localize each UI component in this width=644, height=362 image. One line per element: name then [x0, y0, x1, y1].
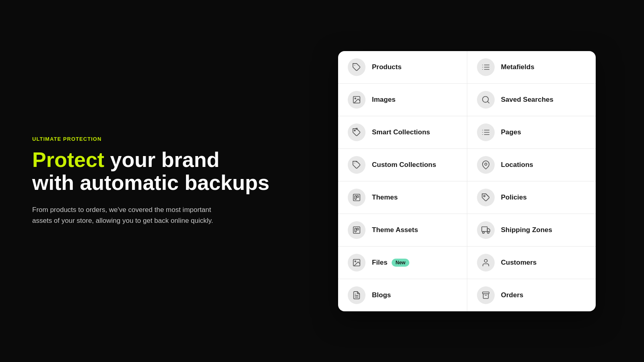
cell-label-metafields: Metafields — [501, 63, 535, 71]
svg-marker-29 — [487, 228, 489, 231]
grid-row-4: ThemesPolicies — [338, 181, 596, 214]
image-icon — [348, 91, 365, 109]
grid-cell-policies[interactable]: Policies — [467, 181, 596, 214]
svg-rect-26 — [355, 228, 356, 232]
cell-label-customers: Customers — [501, 259, 537, 267]
cell-label-themes: Themes — [372, 193, 398, 202]
grid-cell-pages[interactable]: Pages — [467, 116, 596, 148]
orders-icon — [477, 286, 495, 304]
cell-label-saved-searches: Saved Searches — [501, 96, 553, 104]
grid-cell-blogs[interactable]: Blogs — [338, 279, 467, 311]
themes-icon — [348, 189, 365, 206]
svg-rect-27 — [357, 228, 359, 230]
tag-icon — [348, 58, 365, 76]
blog-icon — [348, 286, 365, 304]
grid-row-2: Smart CollectionsPages — [338, 116, 596, 149]
cell-label-smart-collections: Smart Collections — [372, 128, 430, 136]
svg-point-31 — [487, 231, 489, 233]
cell-label-orders: Orders — [501, 291, 524, 299]
svg-point-24 — [483, 195, 485, 197]
grid-cell-customers[interactable]: Customers — [467, 247, 596, 279]
grid-cell-custom-collections[interactable]: Custom Collections — [338, 149, 467, 181]
grid-row-6: FilesNewCustomers — [338, 247, 596, 279]
cell-label-images: Images — [372, 96, 396, 104]
grid-cell-smart-collections[interactable]: Smart Collections — [338, 116, 467, 148]
location-icon — [477, 156, 495, 174]
grid-cell-saved-searches[interactable]: Saved Searches — [467, 84, 596, 116]
svg-rect-23 — [357, 195, 359, 197]
features-grid: ProductsMetafieldsImagesSaved SearchesSm… — [338, 51, 596, 311]
cell-label-products: Products — [372, 63, 402, 71]
svg-point-8 — [355, 98, 356, 99]
right-panel: ProductsMetafieldsImagesSaved SearchesSm… — [306, 35, 644, 327]
customer-icon — [477, 254, 495, 272]
grid-cell-products[interactable]: Products — [338, 51, 467, 83]
cell-label-theme-assets: Theme Assets — [372, 226, 418, 234]
svg-rect-22 — [355, 195, 356, 199]
svg-rect-21 — [353, 194, 360, 201]
grid-row-5: Theme AssetsShipping Zones — [338, 214, 596, 247]
cell-label-policies: Policies — [501, 193, 527, 202]
grid-cell-files[interactable]: FilesNew — [338, 247, 467, 279]
svg-point-30 — [482, 231, 484, 233]
grid-cell-themes[interactable]: Themes — [338, 181, 467, 214]
grid-row-7: BlogsOrders — [338, 279, 596, 311]
cell-label-locations: Locations — [501, 161, 533, 169]
headline-highlight: Protect — [32, 148, 104, 171]
badge-new: New — [392, 259, 410, 267]
cell-label-blogs: Blogs — [372, 291, 391, 299]
svg-point-34 — [484, 259, 487, 262]
image-icon — [348, 254, 365, 272]
grid-cell-metafields[interactable]: Metafields — [467, 51, 596, 83]
grid-row-1: ImagesSaved Searches — [338, 84, 596, 116]
themes-icon — [348, 221, 365, 239]
svg-rect-28 — [481, 226, 487, 231]
custom-collect-icon — [348, 156, 365, 174]
svg-rect-25 — [353, 226, 360, 233]
shipping-icon — [477, 221, 495, 239]
svg-line-10 — [487, 101, 489, 103]
cell-label-pages: Pages — [501, 128, 521, 136]
grid-cell-shipping-zones[interactable]: Shipping Zones — [467, 214, 596, 246]
cell-label-files: FilesNew — [372, 259, 409, 267]
left-panel: ULTIMATE PROTECTION Protect your brand w… — [0, 112, 306, 250]
list-detail-icon — [477, 58, 495, 76]
headline: Protect your brand with automatic backup… — [32, 148, 274, 194]
search-icon — [477, 91, 495, 109]
list-detail-icon — [477, 123, 495, 141]
policy-icon — [477, 189, 495, 206]
cell-label-custom-collections: Custom Collections — [372, 161, 436, 169]
eyebrow-label: ULTIMATE PROTECTION — [32, 136, 274, 142]
svg-point-11 — [354, 130, 355, 131]
grid-cell-locations[interactable]: Locations — [467, 149, 596, 181]
grid-row-3: Custom CollectionsLocations — [338, 149, 596, 181]
smart-collect-icon — [348, 123, 365, 141]
grid-row-0: ProductsMetafields — [338, 51, 596, 84]
grid-cell-orders[interactable]: Orders — [467, 279, 596, 311]
svg-point-20 — [485, 163, 487, 165]
description-text: From products to orders, we've covered t… — [32, 204, 225, 226]
svg-point-33 — [355, 261, 356, 262]
grid-cell-theme-assets[interactable]: Theme Assets — [338, 214, 467, 246]
cell-label-shipping-zones: Shipping Zones — [501, 226, 553, 234]
grid-cell-images[interactable]: Images — [338, 84, 467, 116]
